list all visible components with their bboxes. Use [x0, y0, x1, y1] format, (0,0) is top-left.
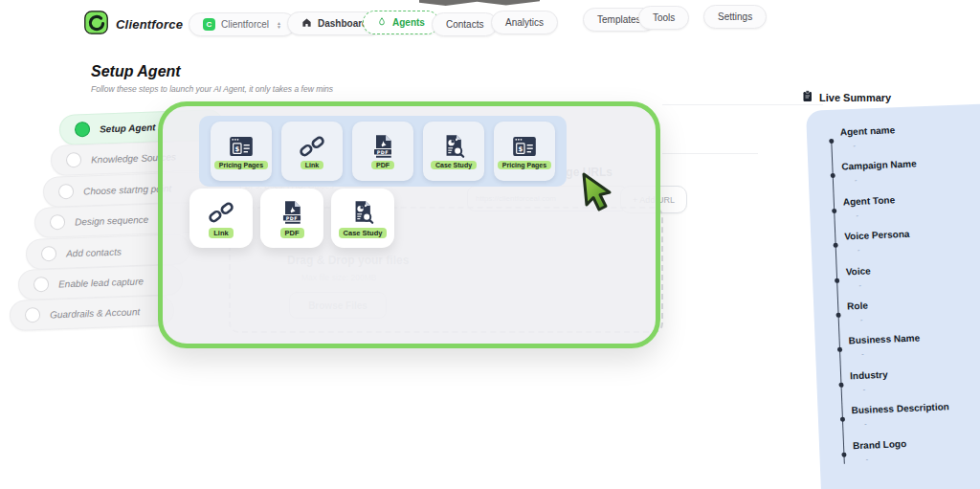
step-label: Add contacts [66, 246, 122, 258]
summary-item: Business Name - [837, 329, 980, 370]
source-chip[interactable]: Link [281, 122, 343, 181]
chevron-updown-icon: ▲▼ [277, 21, 281, 29]
summary-item-label: Agent name [840, 121, 980, 138]
case-icon [440, 133, 467, 160]
brand-logo[interactable]: Clientforce [84, 11, 183, 38]
card-label: Link [209, 228, 233, 238]
nav-label: Tools [653, 12, 675, 23]
timeline-dot-icon [835, 278, 839, 282]
mouse-cursor-icon [578, 170, 622, 220]
timeline-dot-icon [838, 382, 843, 387]
summary-item: Voice - [835, 259, 980, 300]
timeline-dot-icon [839, 417, 844, 422]
source-chip-strip: $ Pricing Pages Link PDF PDF Case Study [199, 116, 567, 187]
summary-item-value: - [858, 240, 980, 255]
app-root: Clientforce C Clientforcel ▲▼ Dashboard … [0, 0, 980, 489]
nav-item-contacts[interactable]: Contacts [432, 12, 498, 36]
timeline-dot-icon [832, 209, 836, 213]
step-status-icon [75, 122, 91, 138]
nav-label: Settings [718, 11, 752, 22]
summary-item: Brand Logo - [842, 433, 980, 475]
source-card[interactable]: Link [189, 189, 253, 248]
divider-line [662, 153, 758, 154]
timeline-dot-icon [829, 139, 834, 144]
summary-item-value: - [861, 345, 980, 359]
summary-item: Campaign Name - [831, 155, 980, 196]
brand-name: Clientforce [116, 17, 183, 32]
chip-label: PDF [371, 161, 394, 169]
summary-item-value: - [855, 170, 980, 185]
source-cards-row: Link PDF PDF Case Study [189, 189, 394, 248]
step-label: Design sequence [75, 214, 149, 228]
source-card[interactable]: Case Study [331, 189, 394, 248]
nav-item-settings[interactable]: Settings [703, 5, 767, 29]
summary-item-value: - [856, 206, 980, 220]
source-chip[interactable]: PDF PDF [352, 122, 413, 181]
summary-item-value: - [864, 414, 980, 429]
step-status-icon [33, 277, 49, 293]
pdf-icon: PDF [369, 133, 396, 160]
source-chip[interactable]: $ Pricing Pages [211, 122, 272, 181]
svg-text:PDF: PDF [286, 215, 298, 220]
svg-text:PDF: PDF [377, 150, 389, 155]
step-status-icon [57, 184, 74, 200]
workspace-label: Clientforcel [221, 19, 269, 30]
nav-item-tools[interactable]: Tools [638, 6, 689, 30]
nav-label: Contacts [446, 19, 483, 30]
torn-edge-decoration [419, 0, 540, 6]
workspace-selector[interactable]: C Clientforcel ▲▼ [189, 12, 296, 36]
timeline-dot-icon [830, 173, 835, 178]
summary-item-value: - [863, 379, 980, 393]
nav-label: Agents [392, 17, 425, 28]
summary-timeline: Agent name - Campaign Name - Agent Tone … [830, 121, 980, 476]
svg-text:$: $ [234, 145, 239, 153]
live-summary-title: Live Summary [819, 92, 891, 103]
drag-sources-overlay: $ Pricing Pages Link PDF PDF Case Study [158, 101, 660, 348]
summary-item-value: - [858, 275, 980, 289]
timeline-dot-icon [836, 347, 841, 352]
live-summary-panel: Agent name - Campaign Name - Agent Tone … [806, 103, 980, 489]
agent-droplet-icon [377, 16, 387, 29]
step-status-icon [25, 307, 41, 323]
card-label: PDF [280, 228, 304, 238]
summary-item: Agent Tone - [833, 190, 980, 232]
step-label: Setup Agent [100, 122, 156, 134]
step-status-icon [41, 245, 57, 261]
svg-text:$: $ [518, 145, 523, 153]
step-label: Guardrails & Account [50, 306, 140, 320]
page-title: Setup Agent [91, 63, 181, 80]
live-summary-header: Live Summary [802, 89, 891, 106]
link-icon [208, 199, 234, 226]
step-label: Enable lead capture [57, 276, 143, 289]
chip-label: Pricing Pages [214, 161, 268, 169]
summary-item-value: - [865, 449, 980, 463]
step-status-icon [50, 214, 66, 231]
source-card[interactable]: PDF PDF [260, 189, 323, 248]
timeline-dot-icon [833, 243, 837, 248]
page-subtitle: Follow these steps to launch your AI Age… [91, 84, 333, 94]
stepper-item[interactable]: Guardrails & Account [9, 295, 174, 331]
summary-item-value: - [860, 310, 980, 324]
case-icon [349, 199, 376, 226]
nav-label: Analytics [505, 17, 544, 28]
summary-item-value: - [853, 136, 980, 150]
summary-item: Role - [836, 295, 980, 336]
nav-item-agents[interactable]: Agents [363, 11, 439, 34]
pdf-icon: PDF [278, 199, 305, 226]
clipboard-icon [802, 89, 813, 106]
chip-label: Pricing Pages [498, 161, 551, 169]
source-chip[interactable]: Case Study [423, 122, 484, 181]
summary-item: Agent name - [830, 121, 980, 162]
home-icon [301, 17, 312, 30]
source-chip[interactable]: $ Pricing Pages [494, 122, 555, 181]
timeline-dot-icon [841, 452, 846, 456]
nav-label: Templates [597, 14, 641, 25]
card-label: Case Study [339, 228, 388, 238]
link-icon [299, 133, 325, 160]
nav-label: Dashboard [318, 18, 368, 29]
divider-line [662, 104, 823, 105]
nav-item-analytics[interactable]: Analytics [491, 11, 558, 34]
chip-label: Case Study [431, 161, 477, 169]
workspace-badge: C [203, 18, 215, 31]
summary-item: Voice Persona - [834, 225, 980, 266]
